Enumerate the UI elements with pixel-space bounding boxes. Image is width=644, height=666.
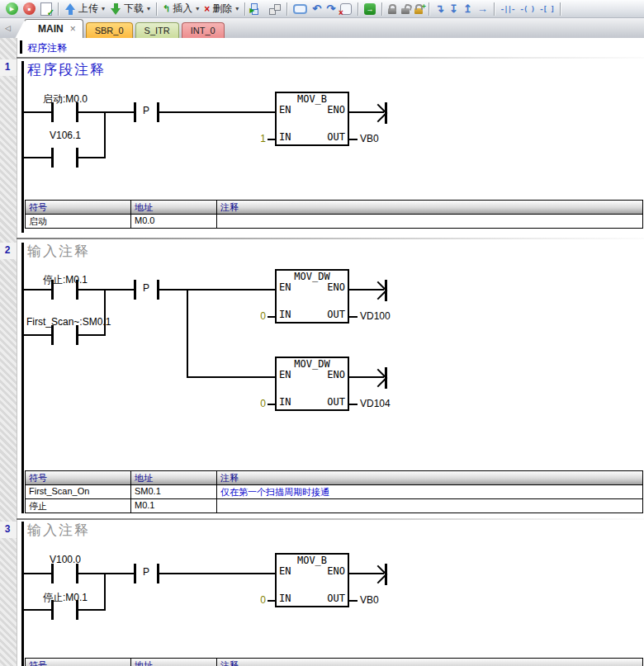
compile-button[interactable]: ✓ <box>38 1 54 17</box>
input-value[interactable]: 0 <box>248 398 266 409</box>
line-down-button[interactable]: ↧ <box>447 1 461 17</box>
function-block-title: MOV_B <box>277 555 348 566</box>
output-operand[interactable]: VD100 <box>360 310 391 322</box>
contact-bar[interactable] <box>51 280 54 300</box>
tab-scroll-left-button[interactable]: ◁ <box>2 21 14 35</box>
network-comment[interactable]: 程序段注释 <box>27 60 106 79</box>
wire <box>159 573 275 574</box>
unlock-button[interactable] <box>399 1 412 17</box>
insert-icon: ↰ <box>163 3 170 14</box>
edge-contact-bar[interactable] <box>134 564 136 583</box>
upload-button[interactable]: 上传 ▾ <box>62 1 107 17</box>
redo-button[interactable]: ↷ <box>324 1 338 17</box>
download-icon <box>110 3 121 15</box>
ladder-editor: 程序注释 1 程序段注释 启动:M0.0 P V106.1 MOV_B EN E… <box>0 38 644 666</box>
tab-main-label: MAIN <box>38 23 64 35</box>
wire <box>104 573 106 611</box>
go-button[interactable]: → <box>362 1 378 17</box>
line-up-button[interactable]: ↥ <box>461 1 475 17</box>
close-icon[interactable]: × <box>70 23 76 35</box>
edge-contact-label[interactable]: P <box>140 282 153 294</box>
comment-cell[interactable] <box>217 499 642 512</box>
insert-branch-button[interactable]: ↴ <box>433 1 447 17</box>
pin-in: IN <box>279 309 291 320</box>
pin-en: EN <box>279 565 291 577</box>
toolbar-separator <box>381 2 382 16</box>
contact-operand[interactable]: V106.1 <box>50 130 81 141</box>
wire <box>78 157 106 158</box>
chevron-down-icon[interactable]: ▾ <box>147 5 150 12</box>
undo-button[interactable]: ↶ <box>310 1 324 17</box>
wire <box>268 139 275 140</box>
toolbar-separator <box>429 2 429 16</box>
tab-sbr0-label: SBR_0 <box>95 26 124 35</box>
output-operand[interactable]: VB0 <box>360 594 379 606</box>
tab-sitr[interactable]: S_ITR <box>135 22 179 38</box>
tab-sbr0[interactable]: SBR_0 <box>86 22 133 38</box>
network-comment[interactable]: 输入注释 <box>27 521 90 540</box>
comment-cell[interactable] <box>217 215 642 228</box>
lock-button[interactable] <box>386 1 399 17</box>
toolbar-separator <box>244 2 245 16</box>
input-value[interactable]: 0 <box>248 310 266 322</box>
edge-contact-bar[interactable] <box>134 280 136 300</box>
address-cell[interactable]: SM0.1 <box>131 485 217 498</box>
program-comment[interactable]: 程序注释 <box>27 41 67 55</box>
edge-contact-label[interactable]: P <box>140 105 153 116</box>
contact-bar[interactable] <box>51 102 54 122</box>
tab-int0[interactable]: INT_0 <box>182 22 225 38</box>
chevron-down-icon[interactable]: ▾ <box>196 5 199 12</box>
contact-bar[interactable] <box>51 600 54 620</box>
address-cell[interactable]: M0.0 <box>131 215 217 228</box>
insert-button[interactable]: ↰ 插入 ▾ <box>160 1 201 17</box>
function-block[interactable]: MOV_B EN ENO IN OUT <box>275 553 349 607</box>
insert-contact-button[interactable]: -||- <box>498 1 518 17</box>
chevron-down-icon[interactable]: ▾ <box>235 5 239 12</box>
clear-button[interactable]: × <box>338 1 354 17</box>
function-block[interactable]: MOV_DW EN ENO IN OUT <box>275 357 349 411</box>
symbol-cell[interactable]: 停止 <box>26 499 131 512</box>
contact-operand[interactable]: 停止:M0.1 <box>43 273 88 287</box>
contact-bar[interactable] <box>51 148 54 168</box>
contact-bar[interactable] <box>51 564 54 583</box>
symbol-cell[interactable]: First_Scan_On <box>26 485 131 498</box>
insert-box-button[interactable]: -[ ] <box>537 1 556 17</box>
contact-operand[interactable]: 启动:M0.0 <box>43 92 88 106</box>
coil-icon: -( ) <box>520 5 535 13</box>
go-icon: → <box>364 3 376 15</box>
input-value[interactable]: 0 <box>248 594 266 606</box>
symbol-table-header-cell: 注释 <box>217 659 642 666</box>
output-operand[interactable]: VB0 <box>360 133 379 144</box>
edge-contact-bar[interactable] <box>134 102 136 122</box>
insert-network-button[interactable]: ▶ <box>249 1 266 17</box>
comment-cell[interactable]: 仅在第一个扫描周期时接通 <box>217 485 642 498</box>
stop-button[interactable]: ■ <box>21 1 38 17</box>
symbol-cell[interactable]: 启动 <box>26 215 131 228</box>
contact-bar[interactable] <box>51 325 54 345</box>
lock-add-button[interactable]: + <box>412 1 425 17</box>
download-button[interactable]: 下载 ▾ <box>107 1 153 17</box>
wire <box>24 573 51 574</box>
delete-button[interactable]: × 删除 ▾ <box>201 1 241 17</box>
chevron-down-icon[interactable]: ▾ <box>102 5 105 12</box>
function-block[interactable]: MOV_B EN ENO IN OUT <box>275 92 349 146</box>
comment-button[interactable] <box>291 1 310 17</box>
output-operand[interactable]: VD104 <box>360 398 391 409</box>
input-value[interactable]: 1 <box>248 133 266 144</box>
contact-operand[interactable]: 停止:M0.1 <box>43 591 88 605</box>
symbol-table-header-row: 符号 地址 注释 <box>26 471 642 484</box>
line-right-button[interactable]: → <box>475 1 490 17</box>
contact-operand[interactable]: First_Scan~:SM0.1 <box>26 316 111 328</box>
network-comment[interactable]: 输入注释 <box>27 242 90 261</box>
address-cell[interactable]: M0.1 <box>131 499 217 512</box>
delete-network-button[interactable] <box>266 1 283 17</box>
tab-main[interactable]: MAIN × <box>24 19 83 38</box>
pin-eno: ENO <box>327 281 345 293</box>
symbol-table-header-cell: 注释 <box>217 201 642 214</box>
network-divider <box>17 518 644 520</box>
edge-contact-label[interactable]: P <box>140 566 153 578</box>
insert-coil-button[interactable]: -( ) <box>518 1 537 17</box>
wire <box>78 289 134 290</box>
run-button[interactable]: ▶ <box>3 1 21 17</box>
function-block[interactable]: MOV_DW EN ENO IN OUT <box>275 269 349 324</box>
